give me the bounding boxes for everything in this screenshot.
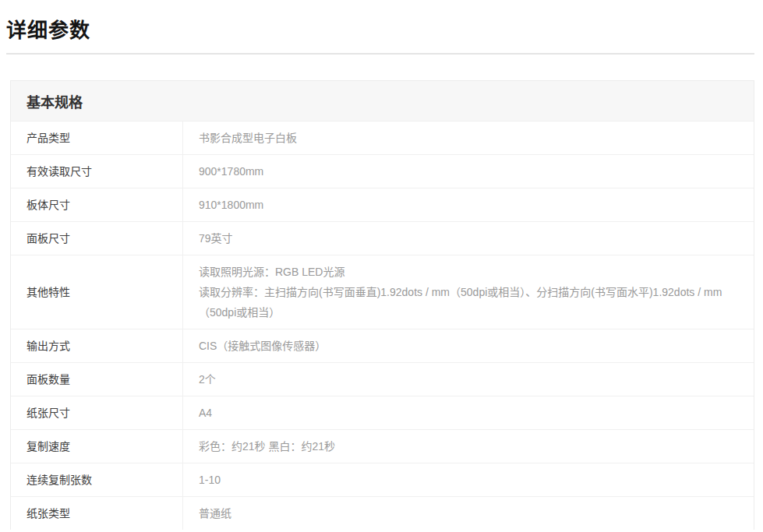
spec-label: 有效读取尺寸: [11, 155, 182, 188]
title-divider: [6, 53, 754, 55]
spec-row-output-method: 输出方式 CIS（接触式图像传感器）: [11, 329, 754, 363]
spec-value: 彩色：约21秒 黑白：约21秒: [182, 430, 754, 463]
spec-value: CIS（接触式图像传感器）: [182, 329, 754, 362]
product-detail-parameters-page: 详细参数 基本规格 产品类型 书影合成型电子白板 有效读取尺寸 900*1780…: [0, 0, 763, 532]
spec-label: 其他特性: [11, 255, 182, 329]
spec-value: A4: [182, 396, 754, 429]
spec-label: 面板数量: [11, 363, 182, 396]
spec-row-product-type: 产品类型 书影合成型电子白板: [11, 122, 754, 155]
spec-label: 输出方式: [11, 329, 182, 362]
spec-section-header: 基本规格: [11, 81, 754, 122]
spec-value: 2个: [182, 363, 754, 396]
spec-row-board-size: 板体尺寸 910*1800mm: [11, 188, 754, 222]
spec-label: 纸张类型: [11, 497, 182, 530]
spec-value: 910*1800mm: [182, 188, 754, 221]
spec-label: 面板尺寸: [11, 222, 182, 255]
spec-value: 1-10: [182, 463, 754, 496]
spec-label: 复制速度: [11, 430, 182, 463]
spec-value: 读取照明光源：RGB LED光源 读取分辨率：主扫描方向(书写面垂直)1.92d…: [182, 255, 754, 329]
spec-row-panel-count: 面板数量 2个: [11, 363, 754, 396]
spec-label: 连续复制张数: [11, 463, 182, 496]
spec-value: 79英寸: [182, 222, 754, 255]
spec-row-other-features: 其他特性 读取照明光源：RGB LED光源 读取分辨率：主扫描方向(书写面垂直)…: [11, 255, 754, 329]
spec-row-effective-reading-size: 有效读取尺寸 900*1780mm: [11, 155, 754, 188]
spec-value: 普通纸: [182, 497, 754, 530]
page-title: 详细参数: [6, 14, 90, 43]
spec-label: 纸张尺寸: [11, 396, 182, 429]
spec-table: 基本规格 产品类型 书影合成型电子白板 有效读取尺寸 900*1780mm 板体…: [10, 80, 754, 530]
spec-row-paper-size: 纸张尺寸 A4: [11, 396, 754, 430]
spec-row-copy-speed: 复制速度 彩色：约21秒 黑白：约21秒: [11, 430, 754, 463]
spec-label: 产品类型: [11, 122, 182, 154]
spec-label: 板体尺寸: [11, 188, 182, 221]
spec-row-paper-type: 纸张类型 普通纸: [11, 497, 754, 530]
spec-row-continuous-copies: 连续复制张数 1-10: [11, 463, 754, 497]
spec-value: 900*1780mm: [182, 155, 754, 188]
spec-value: 书影合成型电子白板: [182, 122, 754, 154]
spec-row-panel-size: 面板尺寸 79英寸: [11, 222, 754, 255]
